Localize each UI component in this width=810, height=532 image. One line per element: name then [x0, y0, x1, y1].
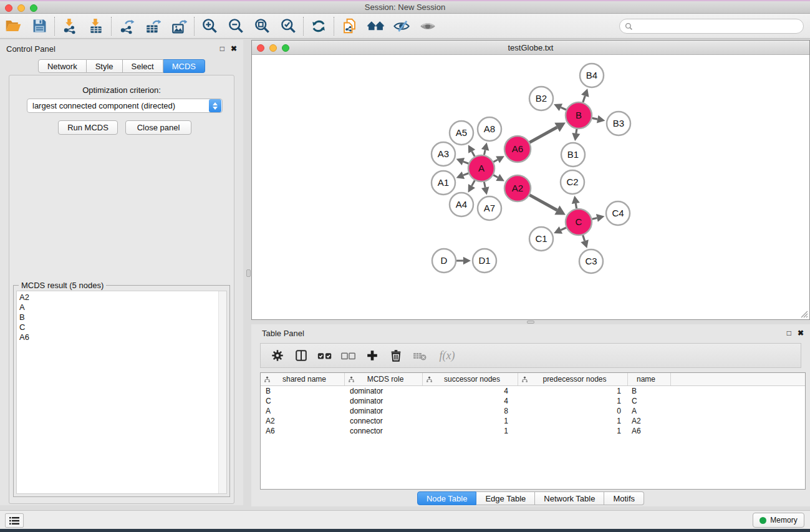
- table-cell[interactable]: A2: [628, 417, 671, 425]
- window-controls[interactable]: [5, 4, 37, 12]
- table-cell[interactable]: C: [628, 397, 671, 405]
- network-canvas[interactable]: B4B2BB3B1A5A8A6A3AA1C2A4A7A2CC4C1C3DD1: [252, 55, 809, 319]
- table-cell[interactable]: 4: [423, 387, 518, 395]
- table-cell[interactable]: A: [628, 407, 671, 415]
- table-row[interactable]: A6connector11A6: [261, 426, 805, 436]
- table-cell[interactable]: dominator: [345, 397, 423, 405]
- table-row[interactable]: Bdominator41B: [261, 386, 805, 396]
- tab-edge-table[interactable]: Edge Table: [476, 491, 535, 505]
- graph-edge-A6-B[interactable]: [529, 127, 557, 142]
- table-cell[interactable]: A6: [628, 427, 671, 435]
- table-cell[interactable]: dominator: [345, 387, 423, 395]
- open-file-button[interactable]: [0, 16, 26, 37]
- graph-edge-B-B1[interactable]: [576, 129, 577, 133]
- network-graph[interactable]: B4B2BB3B1A5A8A6A3AA1C2A4A7A2CC4C1C3DD1: [252, 55, 809, 319]
- float-table-panel-icon[interactable]: □: [787, 329, 791, 337]
- graph-edge-A-A8[interactable]: [484, 150, 485, 155]
- table-cell[interactable]: 1: [518, 387, 628, 395]
- home-view-button[interactable]: [362, 16, 388, 37]
- graph-edge-A-A1[interactable]: [463, 173, 469, 175]
- graph-edge-A-A7[interactable]: [484, 182, 485, 188]
- zoom-out-button[interactable]: [223, 16, 249, 37]
- table-cell[interactable]: A: [261, 407, 345, 415]
- network-close-button[interactable]: [257, 44, 264, 52]
- tab-motifs[interactable]: Motifs: [604, 491, 644, 505]
- table-cell[interactable]: 1: [518, 427, 628, 435]
- minimize-window-button[interactable]: [17, 4, 25, 12]
- import-table-button[interactable]: [83, 16, 109, 37]
- table-cell[interactable]: connector: [345, 427, 423, 435]
- refresh-layout-button[interactable]: [306, 16, 332, 37]
- graph-edge-A-A2[interactable]: [493, 175, 498, 178]
- network-window-titlebar[interactable]: testGlobe.txt: [252, 41, 809, 55]
- table-cell[interactable]: connector: [345, 417, 423, 425]
- mcds-result-item[interactable]: A6: [19, 332, 216, 342]
- tab-select[interactable]: Select: [123, 59, 163, 73]
- node-table[interactable]: shared nameMCDS rolesuccessor nodesprede…: [260, 372, 806, 490]
- table-row[interactable]: Adominator80A: [261, 406, 805, 416]
- graph-edge-C-C2[interactable]: [576, 203, 576, 208]
- unselect-all-columns-button[interactable]: [337, 346, 360, 365]
- table-cell[interactable]: B: [261, 387, 345, 395]
- zoom-in-button[interactable]: [196, 16, 223, 37]
- mcds-result-item[interactable]: C: [19, 322, 216, 332]
- close-table-panel-icon[interactable]: ✖: [798, 329, 804, 337]
- show-panel-button[interactable]: [415, 16, 441, 37]
- table-cell[interactable]: A2: [261, 417, 345, 425]
- table-cell[interactable]: 8: [423, 407, 518, 415]
- zoom-selected-button[interactable]: [275, 16, 301, 37]
- close-panel-icon[interactable]: ✖: [231, 45, 237, 52]
- show-column-button[interactable]: [289, 346, 313, 365]
- tab-network-table[interactable]: Network Table: [535, 491, 604, 505]
- table-row[interactable]: A2connector11A2: [261, 416, 805, 426]
- tab-node-table[interactable]: Node Table: [417, 491, 477, 505]
- search-input[interactable]: [636, 20, 803, 32]
- column-header-name[interactable]: name: [628, 373, 671, 385]
- table-cell[interactable]: dominator: [345, 407, 423, 415]
- resize-grip-icon[interactable]: [800, 310, 808, 318]
- table-cell[interactable]: C: [261, 397, 345, 405]
- mcds-result-item[interactable]: A: [19, 302, 216, 312]
- graph-edge-A-A6[interactable]: [493, 160, 498, 162]
- graph-edge-A2-C[interactable]: [529, 195, 557, 210]
- close-panel-button[interactable]: Close panel: [125, 120, 191, 135]
- duplicate-network-button[interactable]: [336, 16, 362, 37]
- tab-style[interactable]: Style: [87, 59, 123, 73]
- tab-mcds[interactable]: MCDS: [163, 59, 205, 73]
- horizontal-splitter-handle[interactable]: [527, 321, 534, 324]
- task-history-button[interactable]: [5, 513, 24, 528]
- vertical-splitter-handle[interactable]: [246, 269, 251, 277]
- column-header-mcds-role[interactable]: MCDS role: [345, 373, 423, 385]
- table-cell[interactable]: B: [628, 387, 671, 395]
- table-cell[interactable]: 1: [518, 417, 628, 425]
- table-settings-button[interactable]: [266, 346, 289, 365]
- list-scrollbar[interactable]: [218, 291, 226, 493]
- table-cell[interactable]: A6: [261, 427, 345, 435]
- zoom-fit-button[interactable]: [249, 16, 275, 37]
- column-header-predecessor-nodes[interactable]: predecessor nodes: [518, 373, 628, 385]
- network-minimize-button[interactable]: [269, 44, 277, 52]
- export-image-button[interactable]: [166, 16, 192, 37]
- zoom-window-button[interactable]: [30, 4, 37, 12]
- table-cell[interactable]: 1: [423, 427, 518, 435]
- graph-edge-B-B3[interactable]: [592, 118, 598, 119]
- column-header-shared-name[interactable]: shared name: [261, 373, 345, 385]
- graph-edge-A-A5[interactable]: [472, 152, 475, 157]
- import-network-button[interactable]: [57, 16, 83, 37]
- search-field[interactable]: [619, 19, 804, 34]
- memory-button[interactable]: Memory: [753, 513, 804, 528]
- export-table-button[interactable]: [140, 16, 166, 37]
- graph-edge-A-A4[interactable]: [471, 180, 475, 186]
- mcds-result-item[interactable]: B: [19, 312, 216, 322]
- hide-panel-button[interactable]: [388, 16, 415, 37]
- column-header-successor-nodes[interactable]: successor nodes: [423, 373, 518, 385]
- table-cell[interactable]: 1: [518, 397, 628, 405]
- mcds-result-item[interactable]: A2: [19, 293, 216, 302]
- save-session-button[interactable]: [26, 16, 52, 37]
- table-cell[interactable]: 4: [423, 397, 518, 405]
- network-zoom-button[interactable]: [282, 44, 289, 52]
- create-column-button[interactable]: [360, 346, 384, 365]
- mcds-result-list[interactable]: A2ABCA6: [16, 291, 227, 494]
- tab-network[interactable]: Network: [38, 59, 87, 73]
- graph-edge-C-C1[interactable]: [561, 228, 566, 230]
